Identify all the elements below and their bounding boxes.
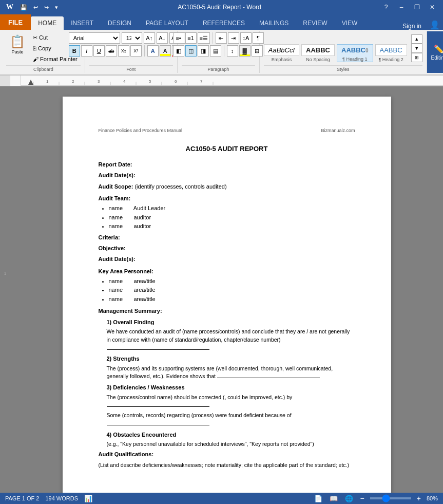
tab-review[interactable]: REVIEW [296,16,334,30]
sign-in-area[interactable]: Sign in [397,23,427,30]
section-overall-heading: Overall Finding [113,319,154,325]
undo-quick-btn[interactable]: ↩ [32,3,40,12]
align-left-btn[interactable]: ◧ [173,45,184,57]
format-painter-icon: 🖌 [33,56,38,62]
audit-dates-label: Audit Date(s): [99,172,136,178]
help-btn[interactable]: ? [379,2,393,12]
status-bar: PAGE 1 OF 2 194 WORDS 📊 📄 📖 🌐 − + 80% [0,493,443,504]
sep2 [213,32,213,44]
font-size-select[interactable]: 12 10 14 16 [122,32,142,44]
section-obstacles-body: (e.g., "Key personnel unavailable for sc… [107,440,355,449]
bullets-btn[interactable]: ≡• [173,32,184,44]
zoom-minus-btn[interactable]: − [359,494,366,502]
styles-label[interactable]: Styles [264,65,422,73]
redo-quick-btn[interactable]: ↪ [43,3,50,12]
tab-design[interactable]: DESIGN [101,16,139,30]
paragraph-label[interactable]: Paragraph [182,65,255,73]
svg-marker-16 [28,80,33,85]
team-member-name-2: name [109,223,123,229]
page-indicator: PAGE 1 OF 2 [5,495,39,501]
customize-quick-btn[interactable]: ▾ [53,3,60,12]
tab-references[interactable]: REFERENCES [196,16,252,30]
styles-scroll-down-btn[interactable]: ▼ [411,44,422,53]
svg-text:1: 1 [46,79,49,84]
shrink-font-btn[interactable]: A↓ [157,32,168,44]
cut-icon: ✂ [33,34,37,41]
align-right-btn[interactable]: ◨ [198,45,209,57]
personnel-name-2: name [109,296,123,302]
numbering-btn[interactable]: ≡1 [185,32,197,44]
section-obstacles-title: 4) Obstacles Encountered [107,431,355,439]
audit-dates2-field: Audit Date(s): [99,255,355,263]
paste-icon: 📋 [10,35,25,48]
minimize-btn[interactable]: – [395,2,408,12]
close-btn[interactable]: ✕ [426,2,439,12]
clipboard-label[interactable]: Clipboard [6,65,81,73]
zoom-plus-btn[interactable]: + [415,494,422,502]
page-1-marker: 1 [4,271,6,276]
text-highlight-btn[interactable]: A [160,45,171,57]
paste-btn[interactable]: 📋 Paste [6,32,29,57]
svg-text:6: 6 [175,79,177,84]
audit-scope-field: Audit Scope: (identify processes, contro… [99,183,355,191]
svg-text:2: 2 [72,79,74,84]
svg-text:5: 5 [149,79,151,84]
align-center-btn[interactable]: ◫ [185,45,197,57]
tab-mailings[interactable]: MAILINGS [252,16,296,30]
increase-indent-btn[interactable]: ⇥ [228,32,239,44]
personnel-name-1: name [109,287,123,293]
section-obstacles-heading: Obstacles Encountered [113,432,176,438]
spacer [99,472,355,492]
zoom-slider[interactable] [370,497,411,499]
page-header: Finance Policies and Procedures Manual B… [99,127,355,134]
list-item: name auditor [109,214,355,221]
objective-field: Objective: [99,245,355,252]
report-date-label: Report Date: [99,161,132,167]
font-name-select[interactable]: Arial Times New Roman Calibri [69,32,120,44]
team-member-role-2: auditor [133,223,151,229]
header-right: Bizmanualz.com [321,127,355,134]
styles-expand-btn[interactable]: ⊞ [411,53,422,62]
section-deficiencies-body2: Some (controls, records) regarding (proc… [107,412,355,428]
bold-btn[interactable]: B [69,45,80,57]
save-quick-btn[interactable]: 💾 [18,3,29,12]
web-layout-btn[interactable]: 🌐 [343,495,355,502]
read-mode-btn[interactable]: 📖 [328,495,339,502]
section-strengths-title: 2) Strengths [107,355,355,363]
multilevel-btn[interactable]: ≡☰ [198,32,210,44]
italic-btn[interactable]: I [81,45,92,57]
editing-label: Editing [431,55,443,61]
strikethrough-btn[interactable]: ab [106,45,117,57]
sort-btn[interactable]: ↕A [240,32,252,44]
underline-btn[interactable]: U [93,45,105,57]
line-spacing-btn[interactable]: ↕ [227,45,238,57]
tab-home[interactable]: HOME [31,16,64,30]
print-layout-btn[interactable]: 📄 [313,495,324,502]
title-bar-title: AC1050-5 Audit Report - Word [60,4,379,11]
document-page[interactable]: Finance Policies and Procedures Manual B… [63,97,391,504]
main-content: Finance Policies and Procedures Manual B… [10,86,443,504]
list-item: name area/title [109,277,355,285]
styles-scroll-up-btn[interactable]: ▲ [411,34,422,44]
editing-badge: ✏️ Editing [427,31,443,73]
superscript-btn[interactable]: X² [130,45,142,57]
restore-btn[interactable]: ❐ [410,2,423,12]
tab-page-layout[interactable]: PAGE LAYOUT [139,16,196,30]
copy-icon: ⎘ [33,45,36,51]
tab-file[interactable]: FILE [0,14,31,30]
text-effect-btn[interactable]: A [147,45,159,57]
svg-text:7: 7 [200,79,203,84]
report-date-field: Report Date: [99,161,355,169]
decrease-indent-btn[interactable]: ⇤ [216,32,227,44]
personnel-title-0: area/title [133,278,155,284]
accessibility-icon[interactable]: 📊 [84,495,92,502]
grow-font-btn[interactable]: A↑ [144,32,155,44]
justify-btn[interactable]: ▤ [210,45,221,57]
key-personnel-title: Key Area Personnel: [99,268,355,275]
tab-view[interactable]: VIEW [335,16,365,30]
tab-insert[interactable]: INSERT [64,16,101,30]
audit-dates-field: Audit Date(s): [99,172,355,179]
font-label[interactable]: Font [89,65,173,73]
subscript-btn[interactable]: X₂ [118,45,129,57]
shading-btn[interactable]: ▓ [239,45,251,57]
